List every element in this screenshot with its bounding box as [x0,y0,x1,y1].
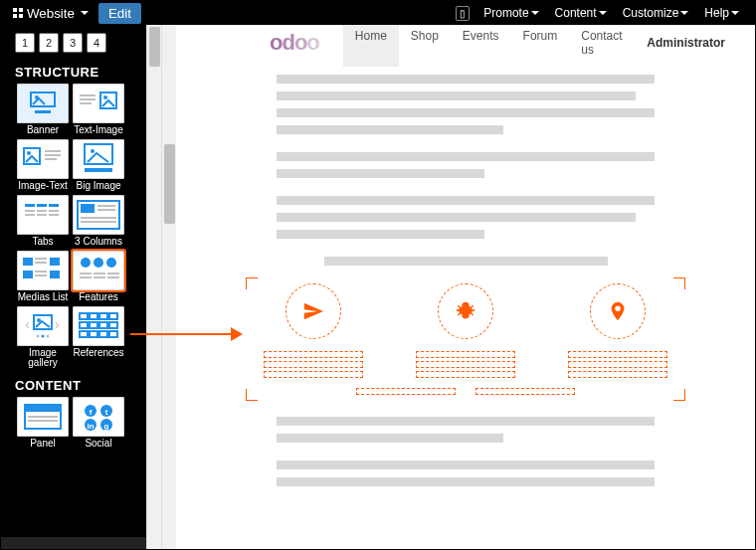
svg-text:t: t [105,408,108,417]
mobile-preview-icon[interactable]: ▯ [456,6,470,21]
site-header: odoo Home Shop Events Forum Contact us A… [176,25,755,61]
block-image-gallery[interactable]: ‹› Image gallery [15,306,71,372]
block-medias-list[interactable]: Medias List [15,251,71,306]
svg-rect-20 [25,214,35,216]
svg-rect-27 [97,205,115,207]
svg-point-52 [37,335,40,338]
svg-rect-37 [35,275,47,276]
block-image-text[interactable]: Image-Text [15,139,71,195]
block-tabs[interactable]: Tabs [15,195,71,251]
nav-forum[interactable]: Forum [511,25,570,67]
edit-button[interactable]: Edit [98,3,141,24]
svg-rect-58 [109,313,117,319]
page-canvas: odoo Home Shop Events Forum Contact us A… [176,25,755,549]
svg-rect-23 [49,210,59,212]
block-big-image[interactable]: Big Image [71,139,126,195]
svg-rect-42 [80,273,92,275]
svg-rect-31 [23,258,33,266]
svg-rect-62 [109,322,117,328]
svg-point-7 [103,95,107,99]
svg-rect-15 [85,168,112,172]
svg-point-14 [91,149,94,153]
svg-rect-55 [80,313,88,319]
content-scrollbar[interactable] [161,25,176,549]
page-4[interactable]: 4 [87,33,106,53]
block-features[interactable]: Features [71,251,126,306]
svg-point-54 [47,335,50,338]
svg-rect-69 [28,416,58,418]
svg-rect-4 [80,98,95,100]
svg-rect-47 [107,276,119,278]
sidebar-scrollbar-horizontal[interactable] [1,537,146,549]
nav-shop[interactable]: Shop [399,25,451,67]
top-bar: Website Edit ▯ Promote Content Customize… [1,1,755,25]
user-menu[interactable]: Administrator [647,36,725,50]
svg-rect-12 [45,158,57,160]
svg-point-39 [81,258,91,268]
svg-rect-2 [35,110,51,113]
svg-rect-63 [80,331,88,337]
svg-rect-56 [90,313,97,319]
svg-point-9 [27,151,31,155]
svg-rect-68 [25,405,61,412]
svg-rect-36 [35,271,47,273]
sidebar-scrollbar[interactable] [146,25,161,549]
block-social[interactable]: fting Social [71,397,126,453]
nav-home[interactable]: Home [343,25,399,67]
page-1[interactable]: 1 [15,33,35,53]
svg-rect-32 [35,258,47,260]
block-banner[interactable]: Banner [15,84,71,139]
svg-rect-24 [49,214,59,216]
block-references[interactable]: References [71,306,126,372]
svg-rect-35 [23,271,33,278]
page-2[interactable]: 2 [39,33,59,53]
svg-point-41 [106,258,116,268]
block-three-columns[interactable]: 3 Columns [71,195,126,251]
block-text-image[interactable]: Text-Image [71,84,126,139]
content-header: CONTENT [1,372,146,397]
svg-text:‹: ‹ [25,316,30,332]
svg-rect-60 [90,322,97,328]
svg-text:f: f [90,408,93,417]
svg-rect-0 [31,92,55,106]
bug-icon [455,300,476,322]
svg-rect-5 [80,102,92,104]
svg-rect-70 [28,420,58,422]
svg-text:g: g [104,422,109,431]
svg-rect-11 [45,154,61,156]
svg-text:›: › [55,316,60,332]
svg-rect-3 [80,94,95,96]
features-drop-preview[interactable] [252,283,679,395]
svg-rect-22 [37,214,47,216]
content-menu[interactable]: Content [549,4,613,22]
svg-rect-17 [37,204,47,207]
svg-rect-29 [81,217,116,219]
svg-rect-44 [94,273,105,275]
editor-sidebar: 1 2 3 4 STRUCTURE Banner Text-Image Imag… [1,25,146,549]
svg-rect-61 [99,322,107,328]
paper-plane-icon [302,300,324,322]
website-selector[interactable]: Website [7,4,94,23]
nav-events[interactable]: Events [451,25,511,67]
svg-rect-66 [109,331,117,337]
svg-rect-64 [90,331,97,337]
svg-rect-26 [81,204,94,213]
customize-menu[interactable]: Customize [617,4,695,22]
svg-text:in: in [87,422,94,431]
svg-rect-21 [37,210,47,212]
page-3[interactable]: 3 [63,33,83,53]
svg-rect-59 [80,322,88,328]
svg-rect-30 [81,221,116,223]
svg-rect-19 [25,210,35,212]
brand-logo[interactable]: odoo [270,30,319,56]
promote-menu[interactable]: Promote [477,4,544,22]
block-panel[interactable]: Panel [15,397,71,453]
svg-rect-18 [49,204,59,207]
svg-rect-16 [25,204,35,207]
structure-header: STRUCTURE [1,59,146,84]
text-placeholder-block-2 [277,417,655,486]
help-menu[interactable]: Help [698,4,745,22]
svg-rect-43 [80,276,92,278]
svg-rect-38 [50,271,60,278]
nav-contact[interactable]: Contact us [569,25,647,67]
